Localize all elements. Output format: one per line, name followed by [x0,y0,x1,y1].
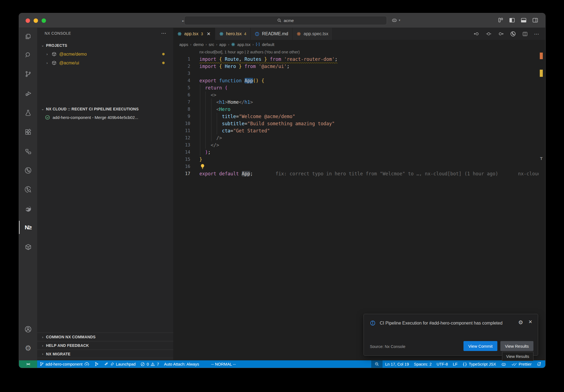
commit-graph-status-icon [94,362,99,366]
commit-graph-action-icon[interactable] [510,31,516,37]
line-number: 2 [173,63,190,70]
error-icon [140,362,145,366]
toggle-panel-icon[interactable] [521,18,527,23]
code-line-3[interactable]: 3 [173,70,545,77]
code-line-5[interactable]: 5 return ( [173,84,545,91]
remote-indicator[interactable]: >< [19,360,37,368]
sidebar-item-commit-search[interactable] [19,183,37,196]
warning-icon [150,362,155,366]
section-nx-migrate[interactable]: › NX MIGRATE [37,350,173,358]
zoom-window-button[interactable] [42,18,46,23]
code-line-11[interactable]: 11 cta="Get Started" [173,127,545,134]
code-line-14[interactable]: 14 ); [173,149,545,156]
section-common-nx-commands[interactable]: › COMMON NX COMMANDS [37,333,173,341]
section-nx-cloud[interactable]: ⌄ NX CLOUD :: RECENT CI PIPELINE EXECUTI… [37,105,173,113]
section-projects[interactable]: ⌄ PROJECTS [37,41,173,50]
view-commit-button[interactable]: View Commit [463,341,497,351]
toggle-secondary-sidebar-icon[interactable] [532,18,538,23]
sidebar-item-commit-graph[interactable] [19,164,37,177]
encoding-status-item[interactable]: UTF-8 [434,360,450,368]
code-line-9[interactable]: 9 title="Welcome @acme/demo" [173,113,545,120]
settings-button[interactable]: ⚙ [19,342,37,355]
tab-app-tsx[interactable]: app.tsx 3 ✕ [173,28,215,40]
sidebar-item-search[interactable] [19,48,37,62]
code-line-2[interactable]: 2import { Hero } from '@acme/ui'; [173,63,545,70]
code-line-17[interactable]: 17export default App; fix: correct typo … [173,170,545,177]
split-editor-icon[interactable] [522,31,528,37]
code-line-7[interactable]: 7 <h1>Home</h1> [173,99,545,106]
copilot-status-item[interactable] [498,360,509,368]
sidebar-item-project-graph[interactable] [19,145,37,158]
section-help-and-feedback[interactable]: › HELP AND FEEDBACK [37,341,173,350]
bell-icon [536,362,541,367]
code-line-16[interactable]: 16 [173,163,545,170]
language-mode-status-item[interactable]: {} TypeScript JSX [460,360,498,368]
command-center-search[interactable]: acme [184,16,387,25]
code-line-4[interactable]: 4export function App() { [173,77,545,84]
project-item-acme-ui[interactable]: › @acme/ui [37,59,173,67]
graph-status-item[interactable] [92,360,101,368]
breadcrumb-item[interactable]: demo [193,42,204,47]
next-change-icon[interactable] [498,31,504,36]
tab-app-spec-tsx[interactable]: app.spec.tsx [292,28,333,40]
notification-settings-gear-icon[interactable]: ⚙ [518,319,523,326]
breadcrumb-item[interactable]: src [209,42,214,47]
auto-attach-status-item[interactable]: Auto Attach: Always [162,360,202,368]
breadcrumb-separator: › [216,42,217,47]
indentation-status-item[interactable]: Spaces: 2 [411,360,434,368]
problems-status-item[interactable]: 0 7 [138,360,161,368]
vim-mode-status-item[interactable]: -- NORMAL -- [209,360,238,368]
code-line-12[interactable]: 12 /> [173,134,545,141]
launchpad-status-item[interactable]: Launchpad [101,360,138,368]
customize-layout-icon[interactable] [498,17,503,23]
notification-close-icon[interactable]: ✕ [528,319,532,326]
code-line-8[interactable]: 8 <Hero [173,106,545,113]
toggle-primary-sidebar-icon[interactable] [509,18,515,23]
copilot-menu[interactable]: ▾ [391,17,400,23]
lightbulb-icon[interactable] [200,164,205,169]
git-codelens[interactable]: nx-cloud[bot], 1 hour ago | 2 authors (Y… [199,50,300,54]
zoom-out-status-item[interactable] [371,360,383,368]
chevron-down-icon: ▾ [399,18,400,22]
sidebar-item-nx-console[interactable]: N≥ [19,221,37,234]
branch-status-item[interactable]: add-hero-component [37,360,92,368]
sidebar-item-source-control[interactable] [19,67,37,81]
breadcrumb-item[interactable]: default [262,42,274,47]
prettier-status-item[interactable]: Prettier [509,360,534,368]
code-line-1[interactable]: 1import { Route, Routes } from 'react-ro… [173,56,545,63]
previous-change-icon[interactable] [474,31,479,36]
sidebar-item-run-debug[interactable] [19,87,37,100]
sidebar-more-actions-icon[interactable]: ⋯ [161,30,167,36]
project-item-acme-demo[interactable]: › @acme/demo [37,50,173,58]
current-change-icon[interactable] [486,31,492,36]
pipeline-execution-item[interactable]: add-hero-component - Merge 409b44e5cb02.… [37,113,173,122]
sidebar-item-containers[interactable] [19,240,37,254]
eol-status-item[interactable]: LF [450,360,460,368]
accounts-button[interactable] [19,323,37,336]
minimap[interactable]: T [539,49,545,360]
chevron-down-icon: ⌄ [40,107,45,111]
close-window-button[interactable] [26,18,30,23]
line-number: 12 [173,134,190,141]
code-line-15[interactable]: 15} [173,156,545,163]
close-tab-icon[interactable]: ✕ [207,31,210,37]
sidebar-item-edge-browser[interactable] [19,202,37,215]
code-line-6[interactable]: 6 <> [173,91,545,99]
view-results-button[interactable]: View Results [500,341,533,351]
sidebar-item-extensions[interactable] [19,126,37,139]
sidebar-item-explorer[interactable] [19,30,37,43]
tab-readme-md[interactable]: README.md [251,28,292,40]
sidebar-item-testing[interactable] [19,106,37,119]
breadcrumb-item[interactable]: app.tsx [237,42,250,47]
code-line-13[interactable]: 13 </> [173,141,545,149]
notifications-bell-item[interactable] [534,360,545,368]
breadcrumb-item[interactable]: apps [179,42,188,47]
code-line-10[interactable]: 10 subtitle="Build something amazing tod… [173,120,545,127]
tab-label: app.spec.tsx [303,31,328,36]
breadcrumb-item[interactable]: app [219,42,226,47]
more-actions-icon[interactable]: ⋯ [534,31,539,37]
tab-hero-tsx[interactable]: hero.tsx 4 [215,28,251,40]
run-debug-icon [25,90,32,97]
cursor-position-status-item[interactable]: Ln 17, Col 19 [383,360,411,368]
minimize-window-button[interactable] [34,18,38,23]
